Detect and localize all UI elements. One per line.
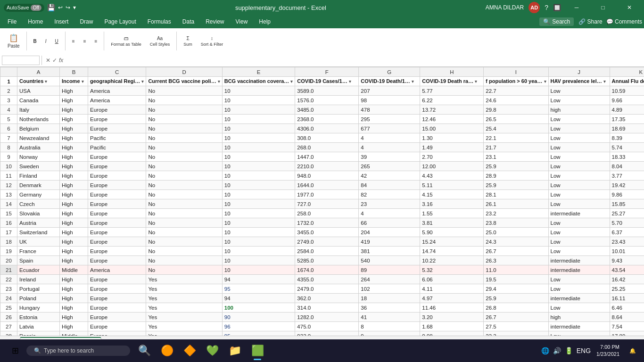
undo-icon[interactable]: ↩ [58,4,63,11]
cell-r21-c9[interactable]: intermediate [548,265,610,275]
cell-r25-c7[interactable]: 11.46 [420,303,484,313]
cell-r15-c4[interactable]: 10 [222,209,295,218]
cell-r13-c1[interactable]: High [60,190,88,199]
cell-r10-c10[interactable]: 8.04 [610,162,644,171]
autosave-toggle[interactable]: AutoSave Off [4,4,44,12]
cell-r5-c4[interactable]: 10 [222,115,295,124]
cell-r20-c8[interactable]: 26.3 [484,256,548,265]
cell-r11-c2[interactable]: Europe [88,171,146,181]
cell-r5-c9[interactable]: Low [548,115,610,124]
cell-i1[interactable]: f population > 60 yea… ▾ [484,77,548,86]
cell-r13-c7[interactable]: 4.15 [420,190,484,199]
cell-r27-c7[interactable]: 1.68 [420,322,484,331]
cell-r24-c0[interactable]: Poland [17,294,60,303]
cell-r26-c7[interactable]: 3.20 [420,313,484,322]
notification-button[interactable]: 🔔 [625,343,640,358]
col-header-f[interactable]: F [295,67,359,77]
cell-r21-c10[interactable]: 43.54 [610,265,644,275]
cell-r15-c1[interactable]: High [60,209,88,218]
taskbar-app-excel[interactable]: 🟩 [247,340,268,361]
cell-r27-c1[interactable]: High [60,322,88,331]
cell-r7-c2[interactable]: Pacific [88,133,146,143]
cell-r18-c0[interactable]: UK [17,237,60,247]
cell-r8-c0[interactable]: Australia [17,143,60,152]
cell-r9-c7[interactable]: 2.70 [420,152,484,162]
cell-r22-c0[interactable]: Ireland [17,275,60,284]
taskbar-app-powerpoint[interactable]: 🟠 [157,340,177,361]
cell-r17-c5[interactable]: 3455.0 [295,228,359,237]
cell-r19-c7[interactable]: 14.74 [420,247,484,256]
cell-r11-c10[interactable]: 3.77 [610,171,644,181]
cell-r14-c7[interactable]: 3.16 [420,199,484,209]
cell-r28-c6[interactable]: 9 [359,331,420,336]
cell-r27-c9[interactable]: intermediate [548,322,610,331]
tab-review[interactable]: Review [200,16,230,27]
search-box[interactable]: 🔍 Search [539,17,574,26]
cell-r6-c8[interactable]: 25.4 [484,124,548,133]
sum-button[interactable]: Σ Sum [180,34,196,48]
cell-r7-c9[interactable]: Low [548,133,610,143]
cell-r2-c9[interactable]: Low [548,86,610,96]
cell-r13-c5[interactable]: 1977.0 [295,190,359,199]
cell-r7-c10[interactable]: 8.39 [610,133,644,143]
cell-r9-c4[interactable]: 10 [222,152,295,162]
underline-button[interactable]: U [51,37,62,45]
paste-button[interactable]: 📋 Paste [4,32,24,50]
italic-button[interactable]: I [41,37,50,45]
cell-r21-c2[interactable]: America [88,265,146,275]
col-header-h[interactable]: H [420,67,484,77]
cell-r28-c2[interactable]: Europe [88,331,146,336]
cell-r9-c2[interactable]: Europe [88,152,146,162]
redo-icon[interactable]: ↪ [66,4,70,11]
cell-c1[interactable]: geographical Regi… ▾ [88,77,146,86]
cell-r18-c8[interactable]: 24.3 [484,237,548,247]
cell-r17-c1[interactable]: High [60,228,88,237]
cell-r12-c10[interactable]: 19.42 [610,181,644,190]
cell-r21-c6[interactable]: 89 [359,265,420,275]
col-header-c[interactable]: C [88,67,146,77]
col-header-b[interactable]: B [60,67,88,77]
cell-r2-c7[interactable]: 5.77 [420,86,484,96]
cell-r21-c7[interactable]: 5.32 [420,265,484,275]
tab-formulas[interactable]: Formulas [142,16,177,27]
cell-r16-c5[interactable]: 1732.0 [295,218,359,228]
cell-r9-c3[interactable]: No [146,152,222,162]
cell-r19-c9[interactable]: Low [548,247,610,256]
cell-r13-c3[interactable]: No [146,190,222,199]
cell-r23-c6[interactable]: 102 [359,284,420,294]
battery-icon[interactable]: 🔋 [565,347,573,354]
cell-h1[interactable]: COVID-19 Death ra… ▾ [420,77,484,86]
cell-r25-c1[interactable]: High [60,303,88,313]
cell-r6-c9[interactable]: Low [548,124,610,133]
cell-r17-c4[interactable]: 10 [222,228,295,237]
cell-r3-c5[interactable]: 1576.0 [295,96,359,105]
start-button[interactable]: ⊞ [4,339,26,362]
confirm-formula-icon[interactable]: ✓ [52,57,57,64]
cell-r5-c6[interactable]: 295 [359,115,420,124]
format-as-table-button[interactable]: 🗃 Format as Table [107,34,145,48]
cell-r28-c10[interactable]: 17.89 [610,331,644,336]
cell-r8-c1[interactable]: High [60,143,88,152]
taskbar-app-whatsapp[interactable]: 💚 [202,340,223,361]
volume-icon[interactable]: 🔊 [553,347,561,354]
cell-r11-c1[interactable]: High [60,171,88,181]
cell-r26-c3[interactable]: Yes [146,313,222,322]
cell-r23-c8[interactable]: 29.4 [484,284,548,294]
cell-r21-c8[interactable]: 11.0 [484,265,548,275]
cell-r18-c2[interactable]: Europe [88,237,146,247]
cell-r14-c0[interactable]: Czech [17,199,60,209]
cell-r12-c0[interactable]: Denmark [17,181,60,190]
cell-r22-c4[interactable]: 94 [222,275,295,284]
cell-r6-c1[interactable]: High [60,124,88,133]
cell-r5-c10[interactable]: 17.35 [610,115,644,124]
cell-r8-c4[interactable]: 10 [222,143,295,152]
help-icon[interactable]: ? [545,4,548,11]
cell-r11-c4[interactable]: 10 [222,171,295,181]
tab-pagelayout[interactable]: Page Layout [99,16,141,27]
cell-r28-c4[interactable]: 95 [222,331,295,336]
cell-r20-c1[interactable]: High [60,256,88,265]
cell-r6-c7[interactable]: 15.00 [420,124,484,133]
taskbar-search[interactable]: 🔍 Type here to search [26,346,130,356]
cell-r24-c6[interactable]: 18 [359,294,420,303]
cell-r10-c5[interactable]: 2210.0 [295,162,359,171]
